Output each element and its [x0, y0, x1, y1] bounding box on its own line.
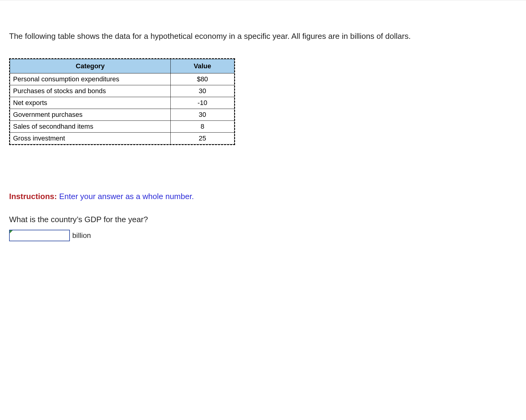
cell-category: Government purchases: [10, 109, 171, 121]
answer-row: billion: [9, 230, 517, 241]
cell-value: $80: [171, 73, 234, 85]
cell-category: Gross investment: [10, 133, 171, 144]
top-rule: [0, 0, 526, 0]
instructions-line: Instructions: Enter your answer as a who…: [9, 192, 517, 201]
table-row: Net exports -10: [10, 97, 234, 109]
data-table-wrap: Category Value Personal consumption expe…: [9, 58, 235, 145]
answer-input[interactable]: [9, 230, 70, 241]
table-row: Sales of secondhand items 8: [10, 121, 234, 133]
instructions-text: Enter your answer as a whole number.: [59, 192, 194, 201]
table-row: Gross investment 25: [10, 133, 234, 144]
table-row: Purchases of stocks and bonds 30: [10, 85, 234, 97]
answer-input-wrap: [9, 230, 70, 241]
cell-category: Purchases of stocks and bonds: [10, 85, 171, 97]
cell-value: 30: [171, 85, 234, 97]
cell-value: 30: [171, 109, 234, 121]
cell-category: Net exports: [10, 97, 171, 109]
header-value: Value: [171, 59, 234, 73]
cell-category: Sales of secondhand items: [10, 121, 171, 133]
table-row: Government purchases 30: [10, 109, 234, 121]
question-text: What is the country’s GDP for the year?: [9, 215, 517, 224]
answer-unit: billion: [72, 231, 91, 240]
cell-value: 8: [171, 121, 234, 133]
table-header-row: Category Value: [10, 59, 234, 73]
instructions-label: Instructions:: [9, 192, 57, 201]
data-table: Category Value Personal consumption expe…: [10, 59, 234, 144]
cell-category: Personal consumption expenditures: [10, 73, 171, 85]
header-category: Category: [10, 59, 171, 73]
cell-value: 25: [171, 133, 234, 144]
cell-value: -10: [171, 97, 234, 109]
intro-text: The following table shows the data for a…: [9, 31, 517, 42]
question-content: The following table shows the data for a…: [0, 31, 526, 241]
table-row: Personal consumption expenditures $80: [10, 73, 234, 85]
